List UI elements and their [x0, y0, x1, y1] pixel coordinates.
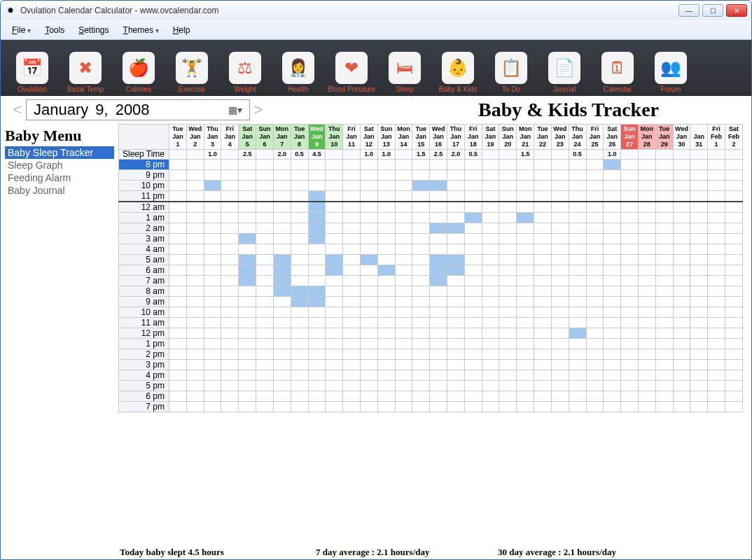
grid-cell[interactable]	[291, 213, 308, 223]
grid-cell[interactable]	[569, 170, 586, 181]
grid-cell[interactable]	[638, 318, 655, 328]
grid-cell[interactable]	[239, 202, 256, 213]
grid-cell[interactable]	[221, 244, 239, 255]
grid-row[interactable]: 2 pm	[119, 349, 743, 360]
grid-cell[interactable]	[517, 234, 534, 244]
grid-cell[interactable]	[343, 370, 361, 381]
grid-cell[interactable]	[621, 349, 639, 360]
grid-cell[interactable]	[343, 381, 361, 391]
grid-cell[interactable]	[343, 265, 361, 276]
grid-cell[interactable]	[517, 381, 534, 391]
grid-cell[interactable]	[690, 370, 708, 381]
grid-cell[interactable]	[273, 349, 291, 360]
col-header[interactable]: MonJan28	[638, 125, 655, 150]
grid-cell[interactable]	[534, 181, 552, 191]
grid-cell[interactable]	[690, 244, 708, 255]
grid-cell[interactable]	[447, 349, 465, 360]
grid-cell[interactable]	[377, 402, 395, 412]
grid-cell[interactable]	[308, 391, 326, 402]
grid-cell[interactable]	[169, 307, 187, 318]
col-header[interactable]: FriJan11	[343, 125, 361, 150]
grid-cell[interactable]	[447, 181, 465, 191]
grid-cell[interactable]	[412, 307, 430, 318]
grid-cell[interactable]	[430, 349, 447, 360]
grid-cell[interactable]	[308, 244, 326, 255]
grid-cell[interactable]	[482, 202, 499, 213]
grid-cell[interactable]	[604, 391, 621, 402]
grid-cell[interactable]	[377, 213, 395, 223]
col-header[interactable]: TueJan8	[291, 125, 308, 150]
grid-cell[interactable]	[655, 244, 673, 255]
grid-cell[interactable]	[708, 255, 725, 265]
grid-cell[interactable]	[482, 276, 499, 286]
grid-cell[interactable]	[412, 339, 430, 349]
grid-cell[interactable]	[517, 181, 534, 191]
menu-themes[interactable]: Themes	[118, 24, 165, 36]
grid-cell[interactable]	[725, 360, 743, 370]
grid-cell[interactable]	[204, 349, 221, 360]
grid-cell[interactable]	[169, 391, 187, 402]
grid-cell[interactable]	[604, 191, 621, 202]
col-header[interactable]: ThuJan24	[569, 125, 586, 150]
grid-cell[interactable]	[204, 286, 221, 297]
grid-cell[interactable]	[604, 402, 621, 412]
grid-cell[interactable]	[221, 391, 239, 402]
grid-cell[interactable]	[343, 297, 361, 307]
grid-cell[interactable]	[534, 328, 552, 339]
grid-cell[interactable]	[395, 286, 412, 297]
grid-cell[interactable]	[655, 276, 673, 286]
grid-cell[interactable]	[377, 349, 395, 360]
grid-cell[interactable]	[291, 286, 308, 297]
grid-cell[interactable]	[430, 391, 447, 402]
grid-cell[interactable]	[673, 244, 690, 255]
grid-cell[interactable]	[360, 191, 377, 202]
grid-cell[interactable]	[534, 191, 552, 202]
grid-cell[interactable]	[273, 381, 291, 391]
grid-cell[interactable]	[377, 318, 395, 328]
grid-cell[interactable]	[395, 402, 412, 412]
grid-cell[interactable]	[638, 307, 655, 318]
grid-cell[interactable]	[360, 339, 377, 349]
grid-cell[interactable]	[586, 402, 604, 412]
grid-cell[interactable]	[569, 223, 586, 234]
grid-cell[interactable]	[655, 202, 673, 213]
grid-cell[interactable]	[690, 349, 708, 360]
grid-cell[interactable]	[186, 265, 204, 276]
grid-cell[interactable]	[569, 370, 586, 381]
grid-cell[interactable]	[343, 213, 361, 223]
grid-cell[interactable]	[447, 223, 465, 234]
grid-cell[interactable]	[308, 318, 326, 328]
grid-cell[interactable]	[604, 244, 621, 255]
grid-cell[interactable]	[708, 244, 725, 255]
grid-cell[interactable]	[534, 223, 552, 234]
toolbar-weight[interactable]: ⚖Weight	[221, 43, 270, 93]
grid-cell[interactable]	[499, 213, 517, 223]
grid-cell[interactable]	[638, 213, 655, 223]
grid-cell[interactable]	[604, 307, 621, 318]
grid-cell[interactable]	[273, 318, 291, 328]
grid-cell[interactable]	[169, 213, 187, 223]
grid-cell[interactable]	[447, 307, 465, 318]
grid-cell[interactable]	[291, 202, 308, 213]
grid-row[interactable]: 7 pm	[119, 402, 743, 412]
grid-cell[interactable]	[482, 381, 499, 391]
grid-cell[interactable]	[482, 255, 499, 265]
grid-cell[interactable]	[308, 381, 326, 391]
grid-cell[interactable]	[169, 160, 187, 170]
grid-cell[interactable]	[360, 286, 377, 297]
grid-cell[interactable]	[638, 181, 655, 191]
grid-cell[interactable]	[708, 381, 725, 391]
grid-cell[interactable]	[499, 307, 517, 318]
grid-cell[interactable]	[482, 170, 499, 181]
grid-cell[interactable]	[377, 202, 395, 213]
grid-cell[interactable]	[621, 213, 639, 223]
grid-cell[interactable]	[343, 181, 361, 191]
grid-cell[interactable]	[690, 213, 708, 223]
grid-cell[interactable]	[725, 328, 743, 339]
grid-cell[interactable]	[395, 170, 412, 181]
grid-cell[interactable]	[621, 181, 639, 191]
grid-cell[interactable]	[291, 181, 308, 191]
grid-cell[interactable]	[308, 339, 326, 349]
grid-cell[interactable]	[326, 244, 343, 255]
grid-cell[interactable]	[308, 349, 326, 360]
